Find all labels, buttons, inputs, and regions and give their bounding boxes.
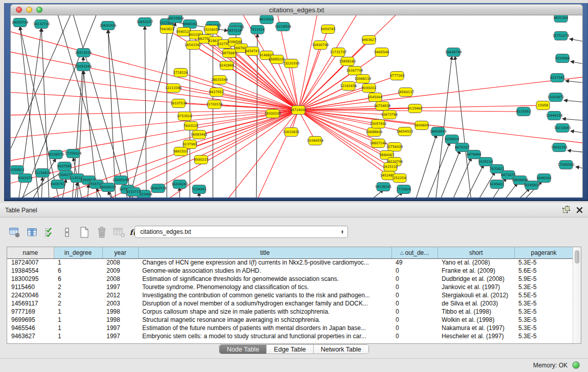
network-node[interactable]: 19245813 xyxy=(524,181,540,190)
table-cell[interactable]: 0 xyxy=(391,316,438,324)
network-edge[interactable] xyxy=(72,15,128,198)
table-scrollbar[interactable] xyxy=(573,247,581,343)
table-row[interactable]: 946554611997Estimation of the future num… xyxy=(7,324,573,332)
network-edge[interactable] xyxy=(11,110,298,184)
network-edge[interactable] xyxy=(576,167,583,169)
network-edge[interactable] xyxy=(298,88,369,110)
table-cell[interactable]: 22420046 xyxy=(7,291,54,299)
network-node[interactable]: 12093872 xyxy=(548,93,564,102)
table-cell[interactable]: Genome-wide association studies in ADHD. xyxy=(138,267,391,275)
table-cell[interactable]: 5.3E-5 xyxy=(514,299,573,308)
table-cell[interactable]: 1 xyxy=(54,324,102,332)
table-cell[interactable]: Tourette syndrome. Phenomenology and cla… xyxy=(138,283,391,291)
table-cell[interactable]: Franke et al. (2009) xyxy=(438,267,514,275)
network-node[interactable]: 20691406 xyxy=(100,21,117,30)
table-cell[interactable]: 5.3E-5 xyxy=(514,324,573,332)
network-node[interactable]: 16754838 xyxy=(374,102,391,111)
network-node[interactable]: 24055724 xyxy=(12,18,29,27)
network-node[interactable]: 2935114 xyxy=(478,158,493,166)
table-cell[interactable]: 5.3E-5 xyxy=(514,258,573,267)
network-node[interactable]: 9959745 xyxy=(321,25,335,34)
network-node[interactable]: 9153715 xyxy=(126,188,141,196)
column-header-short[interactable]: short xyxy=(438,247,514,258)
table-settings-icon[interactable] xyxy=(8,226,21,239)
table-cell[interactable]: 5.5E-5 xyxy=(514,291,573,299)
network-node[interactable]: 7663822 xyxy=(160,25,174,34)
network-node[interactable]: 18300295 xyxy=(265,110,281,118)
network-node[interactable]: 9699695 xyxy=(415,121,429,130)
table-cell[interactable]: 6 xyxy=(54,267,102,275)
column-selection-icon[interactable] xyxy=(26,226,39,239)
table-cell[interactable]: 1998 xyxy=(102,308,138,316)
table-cell[interactable]: 18724007 xyxy=(7,258,54,267)
table-cell[interactable]: Investigating the contribution of common… xyxy=(138,291,391,299)
network-node[interactable]: 11731797 xyxy=(330,48,347,57)
network-node[interactable]: 11700156 xyxy=(206,100,223,109)
network-node[interactable]: 16958107 xyxy=(100,183,117,192)
table-cell[interactable]: 0 xyxy=(391,267,438,275)
network-edge[interactable] xyxy=(103,110,298,198)
network-node[interactable]: 13220393 xyxy=(283,59,300,68)
network-node[interactable]: 15858160 xyxy=(339,57,356,66)
table-cell[interactable]: 0 xyxy=(391,308,438,316)
network-node[interactable]: 8466160 xyxy=(183,20,197,29)
network-node[interactable]: 9777169 xyxy=(390,72,404,80)
network-node[interactable]: 9474444 xyxy=(467,150,481,159)
network-edge[interactable] xyxy=(562,119,583,121)
network-node[interactable]: 14569117 xyxy=(398,88,415,97)
network-node-hub[interactable]: 18724007 xyxy=(290,106,307,115)
column-header-name[interactable]: name xyxy=(7,247,54,258)
network-node[interactable]: 252254 xyxy=(393,174,406,183)
table-cell[interactable]: 2008 xyxy=(102,258,138,267)
network-node[interactable]: 7857234 xyxy=(227,27,242,35)
table-cell[interactable]: 5.3E-5 xyxy=(514,283,573,291)
table-cell[interactable]: 1997 xyxy=(102,332,138,340)
table-cell[interactable]: 2 xyxy=(54,299,102,308)
network-node[interactable]: 19218506 xyxy=(275,23,292,31)
network-node[interactable]: 10490798 xyxy=(312,41,329,50)
network-node[interactable]: 9463627 xyxy=(362,36,376,45)
table-cell[interactable]: Estimation of significance thresholds fo… xyxy=(138,275,391,283)
table-cell[interactable]: 1 xyxy=(54,332,102,340)
network-node[interactable]: 10653257 xyxy=(137,18,154,27)
network-edge[interactable] xyxy=(571,61,583,64)
table-cell[interactable]: Estimation of the future numbers of pati… xyxy=(138,324,391,332)
network-edge[interactable] xyxy=(256,34,257,198)
tab-node-table[interactable]: Node Table xyxy=(220,345,267,354)
network-node[interactable]: 10966114 xyxy=(355,75,372,83)
network-node[interactable]: 1615132 xyxy=(383,163,398,171)
network-node[interactable]: 8454743 xyxy=(245,47,259,56)
network-edge[interactable] xyxy=(568,150,583,152)
network-node[interactable]: 9097588 xyxy=(57,162,72,171)
network-node[interactable]: 7154941 xyxy=(192,185,206,194)
table-row[interactable]: 1830029562008Estimation of significance … xyxy=(7,275,573,283)
column-header-year[interactable]: year xyxy=(102,247,138,258)
network-edge[interactable] xyxy=(503,183,517,198)
network-edge[interactable] xyxy=(227,65,298,110)
network-node[interactable]: 16132720 xyxy=(33,20,50,29)
network-node[interactable]: 17359924 xyxy=(65,149,82,158)
network-node[interactable]: 15958 xyxy=(536,101,550,110)
network-node[interactable]: 21053346 xyxy=(75,62,92,71)
network-node[interactable]: 8427552 xyxy=(209,88,224,97)
table-cell[interactable]: 5.3E-5 xyxy=(514,308,573,316)
table-cell[interactable]: 2 xyxy=(54,283,102,291)
network-node[interactable]: 16543362 xyxy=(185,41,202,50)
network-node[interactable]: 16409543 xyxy=(430,127,447,136)
network-edge[interactable] xyxy=(11,15,72,148)
network-node[interactable]: 14136141 xyxy=(375,183,392,191)
table-cell[interactable]: 1 xyxy=(54,316,102,324)
network-node[interactable]: 16107534 xyxy=(170,99,187,108)
table-cell[interactable]: Corpus callosum shape and size in male p… xyxy=(138,308,391,316)
table-row[interactable]: 911546021997Tourette syndrome. Phenomeno… xyxy=(7,283,573,291)
table-scrollbar-thumb[interactable] xyxy=(575,250,579,264)
network-node[interactable]: 7693128 xyxy=(184,122,198,130)
network-node[interactable]: 9465546 xyxy=(375,48,389,57)
table-cell[interactable]: 1 xyxy=(54,258,102,267)
network-node[interactable]: 16033809 xyxy=(167,15,184,23)
table-cell[interactable]: 1998 xyxy=(102,316,138,324)
network-node[interactable]: 10756928 xyxy=(386,143,403,151)
network-node[interactable]: 16962538 xyxy=(150,184,167,193)
table-cell[interactable]: 0 xyxy=(391,332,438,340)
network-edge[interactable] xyxy=(41,177,42,198)
